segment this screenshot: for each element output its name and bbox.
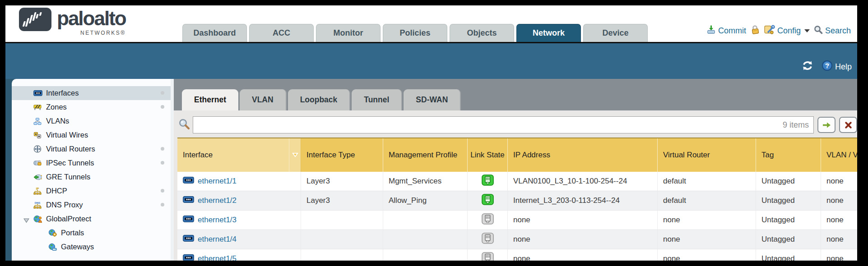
- main-nav-tabs: Dashboard ACC Monitor Policies Objects N…: [182, 24, 648, 42]
- sidebar-item-portals[interactable]: Portals: [12, 226, 171, 240]
- link-state-cell: [468, 191, 508, 210]
- filter-input[interactable]: [193, 117, 813, 133]
- sort-dropdown[interactable]: [289, 138, 301, 172]
- vlan-cell: none: [821, 211, 857, 229]
- link-down-icon: [482, 213, 494, 227]
- subtab-vlan[interactable]: VLAN: [240, 89, 287, 110]
- col-interface[interactable]: Interface: [177, 138, 289, 172]
- col-tag[interactable]: Tag: [756, 138, 821, 172]
- link-state-cell: [468, 211, 508, 229]
- vr-cell: default: [658, 172, 756, 191]
- virtual-wires-icon: [33, 131, 42, 139]
- vr-cell: none: [658, 249, 756, 261]
- sidebar-item-gateways[interactable]: Gateways: [12, 240, 171, 254]
- interface-cell: ethernet1/5: [177, 249, 301, 261]
- col-link-state[interactable]: Link State: [468, 138, 508, 172]
- sidebar-item-zones[interactable]: Zones: [12, 100, 171, 114]
- sidebar-splitter[interactable]: [171, 79, 174, 261]
- sort-triangle-icon: [292, 151, 298, 159]
- subtab-tunnel[interactable]: Tunnel: [352, 89, 402, 110]
- sidebar-item-vlans[interactable]: VLANs: [12, 114, 171, 128]
- table-row: ethernet1/5 none none Untagged none: [177, 249, 857, 261]
- globalprotect-icon: [33, 215, 42, 223]
- gre-tunnels-icon: [33, 173, 42, 181]
- tag-cell: Untagged: [756, 230, 821, 249]
- svg-text:IP: IP: [36, 187, 39, 190]
- interface-link[interactable]: ethernet1/5: [198, 254, 237, 261]
- sidebar-item-virtual-routers[interactable]: Virtual Routers: [12, 142, 171, 156]
- commit-icon: [706, 25, 716, 37]
- tag-cell: Untagged: [756, 172, 821, 191]
- help-icon: ?: [822, 60, 833, 73]
- col-ip-address[interactable]: IP Address: [508, 138, 658, 172]
- apply-filter-button[interactable]: [817, 117, 836, 133]
- tab-device[interactable]: Device: [583, 24, 648, 42]
- sidebar-item-ipsec-tunnels[interactable]: IPSec Tunnels: [12, 156, 171, 170]
- interface-link[interactable]: ethernet1/1: [198, 177, 237, 186]
- vlan-cell: none: [821, 191, 857, 210]
- vr-cell: default: [658, 191, 756, 210]
- col-interface-type[interactable]: Interface Type: [301, 138, 383, 172]
- subtab-ethernet[interactable]: Ethernet: [182, 89, 238, 110]
- subtab-sdwan[interactable]: SD-WAN: [404, 89, 461, 110]
- vlan-cell: none: [821, 249, 857, 261]
- type-cell: [301, 211, 383, 229]
- table-row: ethernet1/3 none none Untagged none: [177, 211, 857, 230]
- ethernet-port-icon: [183, 177, 194, 186]
- profile-cell: [383, 230, 468, 249]
- subtab-loopback[interactable]: Loopback: [288, 89, 351, 110]
- sidebar-item-virtual-wires[interactable]: Virtual Wires: [12, 128, 171, 142]
- tab-acc[interactable]: ACC: [249, 24, 314, 42]
- help-button[interactable]: ? Help: [822, 60, 852, 73]
- interfaces-icon: [33, 89, 42, 97]
- collapse-triangle-icon[interactable]: [23, 216, 29, 225]
- interface-cell: ethernet1/3: [177, 211, 301, 229]
- lock-icon[interactable]: [750, 25, 760, 37]
- sidebar-item-dhcp[interactable]: IP DHCP: [12, 184, 171, 198]
- dhcp-icon: IP: [33, 187, 42, 195]
- ipsec-tunnels-icon: [33, 159, 42, 167]
- ip-cell: Internet_L3_203-0-113-254--24: [508, 191, 658, 210]
- col-virtual-router[interactable]: Virtual Router: [658, 138, 756, 172]
- clear-filter-button[interactable]: [839, 117, 857, 133]
- commit-button[interactable]: Commit: [706, 25, 746, 37]
- type-cell: Layer3: [301, 191, 383, 210]
- profile-cell: Mgmt_Services: [383, 172, 468, 191]
- interface-cell: ethernet1/1: [177, 172, 301, 191]
- profile-cell: [383, 249, 468, 261]
- sidebar-item-dns-proxy[interactable]: DNS DNS Proxy: [12, 198, 171, 212]
- type-cell: [301, 230, 383, 249]
- col-management-profile[interactable]: Management Profile: [383, 138, 468, 172]
- search-button[interactable]: Search: [814, 25, 851, 37]
- dns-proxy-icon: DNS: [33, 201, 42, 209]
- ip-cell: none: [508, 230, 658, 249]
- tab-dashboard[interactable]: Dashboard: [182, 24, 247, 42]
- col-vlan-wire[interactable]: VLAN / Virtual Wire: [821, 138, 857, 172]
- tab-objects[interactable]: Objects: [450, 24, 514, 42]
- config-dropdown[interactable]: Config: [764, 25, 810, 37]
- paloalto-logo: paloalto NETWORKS®: [19, 8, 126, 36]
- interface-link[interactable]: ethernet1/4: [198, 235, 237, 244]
- interface-link[interactable]: ethernet1/3: [198, 216, 237, 225]
- tab-policies[interactable]: Policies: [383, 24, 447, 42]
- link-up-icon: [482, 194, 494, 207]
- vlan-cell: none: [821, 172, 857, 191]
- sidebar-item-interfaces[interactable]: Interfaces: [12, 86, 171, 100]
- sidebar-item-globalprotect[interactable]: GlobalProtect: [12, 212, 171, 226]
- gateways-icon: [48, 243, 57, 251]
- table-row: ethernet1/1 Layer3 Mgmt_Services VLAN010…: [177, 172, 857, 191]
- ethernet-port-icon: [183, 196, 194, 205]
- item-count: 9 items: [783, 120, 809, 130]
- zones-icon: [33, 103, 42, 111]
- ethernet-port-icon: [183, 216, 194, 225]
- app-window: paloalto NETWORKS® Dashboard ACC Monitor…: [5, 5, 857, 261]
- tab-network[interactable]: Network: [516, 24, 581, 42]
- interface-link[interactable]: ethernet1/2: [198, 196, 237, 205]
- config-icon: [764, 25, 775, 37]
- item-dot: [161, 203, 164, 206]
- refresh-icon[interactable]: [801, 60, 814, 73]
- table-row: ethernet1/4 none none Untagged none: [177, 230, 857, 249]
- tab-monitor[interactable]: Monitor: [316, 24, 381, 42]
- svg-text:?: ?: [825, 62, 829, 69]
- sidebar-item-gre-tunnels[interactable]: GRE Tunnels: [12, 170, 171, 184]
